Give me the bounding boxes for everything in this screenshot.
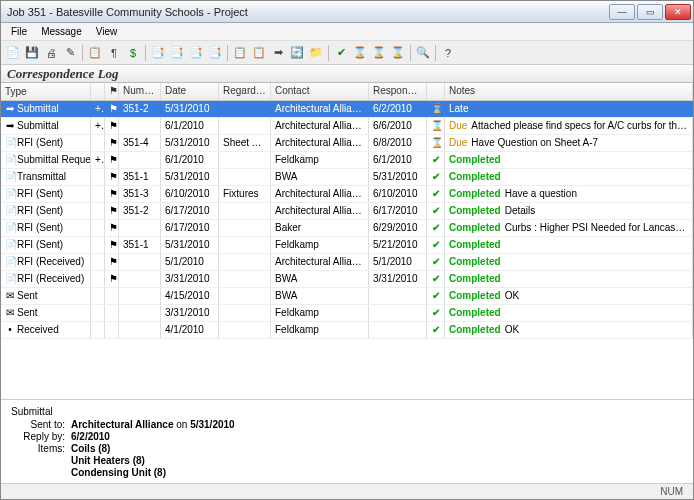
status-num: NUM bbox=[660, 486, 683, 497]
table-row[interactable]: 📄RFI (Sent)⚑351-45/31/2010Sheet A-7Archi… bbox=[1, 135, 693, 152]
status-icon: ✔ bbox=[427, 186, 445, 202]
table-row[interactable]: 📄RFI (Sent)⚑351-15/31/2010Feldkamp5/21/2… bbox=[1, 237, 693, 254]
row-expand[interactable] bbox=[91, 220, 105, 236]
doc3-icon[interactable]: 📑 bbox=[187, 44, 205, 62]
print-icon[interactable]: 🖨 bbox=[42, 44, 60, 62]
table-row[interactable]: ✉ Sent3/31/2010Feldkamp✔Completed bbox=[1, 305, 693, 322]
col-number[interactable]: Number bbox=[119, 83, 161, 100]
flag-icon[interactable] bbox=[105, 288, 119, 304]
flag-icon[interactable]: ⚑ bbox=[105, 203, 119, 219]
schedule-icon[interactable]: 📋 bbox=[86, 44, 104, 62]
close-button[interactable]: ✕ bbox=[665, 4, 691, 20]
detail-sentto: Architectural Alliance on 5/31/2010 bbox=[71, 419, 235, 430]
row-contact: Architectural Alliance bbox=[271, 186, 369, 202]
table-row[interactable]: 📄Transmittal⚑351-15/31/2010BWA5/31/2010✔… bbox=[1, 169, 693, 186]
table-row[interactable]: • Received4/1/2010Feldkamp✔CompletedOK bbox=[1, 322, 693, 339]
col-notes[interactable]: Notes bbox=[445, 83, 693, 100]
row-expand[interactable]: + bbox=[91, 118, 105, 134]
find-icon[interactable]: 🔍 bbox=[414, 44, 432, 62]
row-expand[interactable]: + bbox=[91, 101, 105, 117]
col-type[interactable]: Type bbox=[1, 83, 91, 100]
arrow-right-icon[interactable]: ➡ bbox=[269, 44, 287, 62]
row-respond: 6/8/2010 bbox=[369, 135, 427, 151]
row-notes: CompletedCurbs : Higher PSI Needed for L… bbox=[445, 220, 693, 236]
col-regarding[interactable]: Regarding bbox=[219, 83, 271, 100]
hourglass3-icon[interactable]: ⌛ bbox=[389, 44, 407, 62]
row-notes: Completed bbox=[445, 305, 693, 321]
row-contact: Architectural Alliance bbox=[271, 135, 369, 151]
table-row[interactable]: 📄RFI (Received)⚑5/1/2010Architectural Al… bbox=[1, 254, 693, 271]
table-row[interactable]: 📄RFI (Sent)⚑351-36/10/2010FixturesArchit… bbox=[1, 186, 693, 203]
row-contact: BWA bbox=[271, 271, 369, 287]
col-date[interactable]: Date bbox=[161, 83, 219, 100]
col-flag[interactable]: ⚑ bbox=[105, 83, 119, 100]
menu-message[interactable]: Message bbox=[35, 24, 88, 39]
check-icon[interactable]: ✔ bbox=[332, 44, 350, 62]
flag-icon[interactable]: ⚑ bbox=[105, 135, 119, 151]
row-expand[interactable] bbox=[91, 186, 105, 202]
row-type: RFI (Sent) bbox=[17, 239, 63, 251]
row-expand[interactable] bbox=[91, 288, 105, 304]
hourglass1-icon[interactable]: ⌛ bbox=[351, 44, 369, 62]
table-row[interactable]: ✉ Sent4/15/2010BWA✔CompletedOK bbox=[1, 288, 693, 305]
row-contact: Feldkamp bbox=[271, 305, 369, 321]
paste-icon[interactable]: 📋 bbox=[250, 44, 268, 62]
edit-icon[interactable]: ✎ bbox=[61, 44, 79, 62]
table-row[interactable]: 📄RFI (Received)⚑3/31/2010BWA3/31/2010✔Co… bbox=[1, 271, 693, 288]
flag-icon[interactable]: ⚑ bbox=[105, 152, 119, 168]
row-respond: 6/29/2010 bbox=[369, 220, 427, 236]
row-expand[interactable]: + bbox=[91, 152, 105, 168]
copy-icon[interactable]: 📋 bbox=[231, 44, 249, 62]
row-respond: 6/2/2010 bbox=[369, 101, 427, 117]
row-expand[interactable] bbox=[91, 135, 105, 151]
flag-icon[interactable]: ⚑ bbox=[105, 237, 119, 253]
table-row[interactable]: 📄RFI (Sent)⚑6/17/2010Baker6/29/2010✔Comp… bbox=[1, 220, 693, 237]
menu-file[interactable]: File bbox=[5, 24, 33, 39]
row-type-icon: 📄 bbox=[5, 273, 15, 285]
flag-icon[interactable] bbox=[105, 305, 119, 321]
row-expand[interactable] bbox=[91, 169, 105, 185]
table-row[interactable]: ➡Submittal+⚑6/1/2010Architectural Allian… bbox=[1, 118, 693, 135]
doc1-icon[interactable]: 📑 bbox=[149, 44, 167, 62]
row-expand[interactable] bbox=[91, 254, 105, 270]
row-expand[interactable] bbox=[91, 305, 105, 321]
format-icon[interactable]: ¶ bbox=[105, 44, 123, 62]
row-number: 351-4 bbox=[119, 135, 161, 151]
minimize-button[interactable]: — bbox=[609, 4, 635, 20]
flag-icon[interactable]: ⚑ bbox=[105, 220, 119, 236]
flag-icon[interactable]: ⚑ bbox=[105, 118, 119, 134]
row-type-icon: 📄 bbox=[5, 171, 15, 183]
maximize-button[interactable]: ▭ bbox=[637, 4, 663, 20]
table-row[interactable]: ➡Submittal+⚑351-25/31/2010Architectural … bbox=[1, 101, 693, 118]
flag-icon[interactable]: ⚑ bbox=[105, 254, 119, 270]
correspondence-grid[interactable]: Type ⚑ Number Date Regarding Contact Res… bbox=[1, 83, 693, 399]
col-contact[interactable]: Contact bbox=[271, 83, 369, 100]
save-icon[interactable]: 💾 bbox=[23, 44, 41, 62]
flag-icon[interactable]: ⚑ bbox=[105, 169, 119, 185]
doc4-icon[interactable]: 📑 bbox=[206, 44, 224, 62]
row-expand[interactable] bbox=[91, 237, 105, 253]
menu-view[interactable]: View bbox=[90, 24, 124, 39]
refresh-icon[interactable]: 🔄 bbox=[288, 44, 306, 62]
row-expand[interactable] bbox=[91, 271, 105, 287]
col-respond[interactable]: Respond By bbox=[369, 83, 427, 100]
col-expand[interactable] bbox=[91, 83, 105, 100]
table-row[interactable]: 📄Submittal Request+⚑6/1/2010Feldkamp6/1/… bbox=[1, 152, 693, 169]
flag-icon[interactable]: ⚑ bbox=[105, 186, 119, 202]
row-expand[interactable] bbox=[91, 322, 105, 338]
flag-icon[interactable] bbox=[105, 322, 119, 338]
doc2-icon[interactable]: 📑 bbox=[168, 44, 186, 62]
table-row[interactable]: 📄RFI (Sent)⚑351-26/17/2010Architectural … bbox=[1, 203, 693, 220]
folder-icon[interactable]: 📁 bbox=[307, 44, 325, 62]
help-icon[interactable]: ? bbox=[439, 44, 457, 62]
money-icon[interactable]: $ bbox=[124, 44, 142, 62]
hourglass2-icon[interactable]: ⌛ bbox=[370, 44, 388, 62]
row-expand[interactable] bbox=[91, 203, 105, 219]
row-number: 351-2 bbox=[119, 203, 161, 219]
new-icon[interactable]: 📄 bbox=[4, 44, 22, 62]
flag-icon[interactable]: ⚑ bbox=[105, 101, 119, 117]
col-status[interactable] bbox=[427, 83, 445, 100]
row-respond bbox=[369, 322, 427, 338]
row-date: 3/31/2010 bbox=[161, 271, 219, 287]
flag-icon[interactable]: ⚑ bbox=[105, 271, 119, 287]
